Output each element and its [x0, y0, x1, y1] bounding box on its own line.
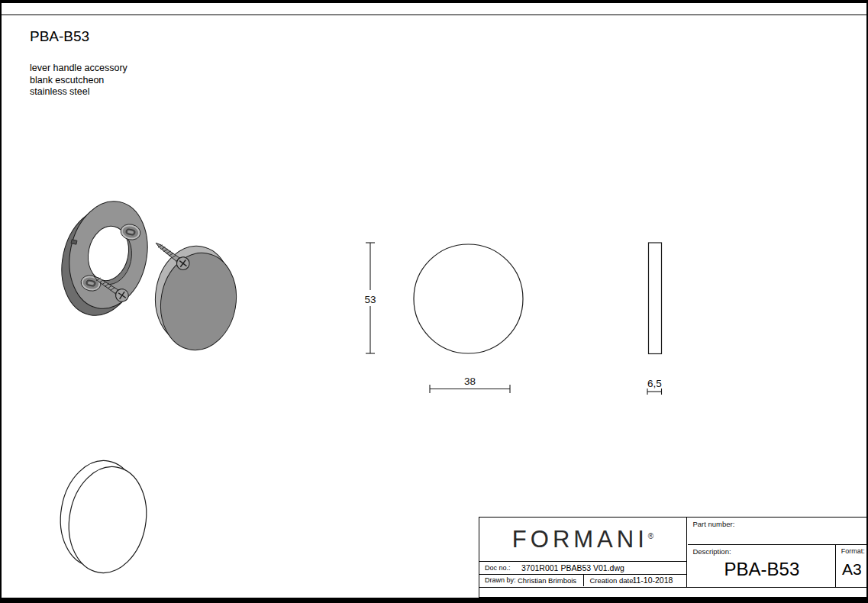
- title-block-right: Part number: Description: PBA-B53 Format…: [688, 518, 866, 587]
- drawn-by-row: Drawn by: Christian Brimbois Creation da…: [479, 575, 686, 586]
- dimension-thickness: [647, 389, 662, 395]
- doc-no-value: 3701R001 PBAB53 V01.dwg: [521, 563, 624, 572]
- doc-no-row: Doc no.: 3701R001 PBAB53 V01.dwg: [479, 562, 686, 575]
- copyright-strip: All information on the drawing is the pr…: [2, 3, 866, 15]
- dimension-width-label: 38: [464, 376, 476, 387]
- orthographic-views: 53 38 6,5: [337, 229, 696, 405]
- creation-date-label: Creation date:: [589, 576, 635, 585]
- exploded-view: [55, 191, 246, 355]
- page-title: PBA-B53: [30, 28, 89, 45]
- doc-no-label: Doc no.:: [485, 564, 511, 572]
- drawing-sheet: All information on the drawing is the pr…: [0, 0, 868, 603]
- format-cell: Format: A3: [837, 545, 866, 587]
- wireframe-disc-view: [47, 456, 185, 578]
- title-block-left: FORMANI® Doc no.: 3701R001 PBAB53 V01.dw…: [479, 518, 687, 587]
- dimension-thickness-label: 6,5: [647, 378, 662, 389]
- product-description: lever handle accessory blank escutcheon …: [30, 63, 127, 98]
- creation-date-value: 11-10-2018: [632, 576, 673, 585]
- description-line: lever handle accessory: [30, 63, 127, 75]
- side-view-rect: [649, 243, 662, 354]
- company-address-bar: FORMANI HOLLAND B.V. EUROPALAAN 12 6199 …: [479, 587, 866, 596]
- description-line: blank escutcheon: [30, 75, 127, 87]
- formani-logo: FORMANI®: [479, 518, 686, 562]
- description-format-row: Description: PBA-B53 Format: A3: [688, 545, 866, 587]
- cover-disc: [148, 240, 244, 355]
- edge-notch: [71, 240, 77, 244]
- description-value: PBA-B53: [688, 559, 835, 580]
- creation-date-cell: Creation date: 11-10-2018: [585, 575, 686, 586]
- description-label: Description:: [692, 547, 731, 556]
- title-block: FORMANI® Doc no.: 3701R001 PBAB53 V01.dw…: [479, 517, 867, 598]
- escutcheon-ring: [55, 194, 157, 323]
- logo-text: FORMANI®: [512, 525, 653, 553]
- drawn-by-label: Drawn by:: [485, 576, 516, 584]
- part-number-label: Part number:: [692, 520, 734, 528]
- description-cell: Description: PBA-B53: [688, 545, 836, 587]
- registered-mark: ®: [648, 531, 653, 540]
- drawn-by-value: Christian Brimbois: [518, 576, 576, 585]
- part-number-cell: Part number:: [688, 518, 866, 545]
- bottom-border-bar: [2, 598, 866, 603]
- format-label: Format:: [841, 547, 865, 555]
- drawn-by-cell: Drawn by: Christian Brimbois: [479, 575, 584, 586]
- format-value: A3: [837, 560, 866, 579]
- dimension-height-label: 53: [364, 294, 376, 305]
- front-view-circle: [414, 244, 523, 353]
- description-line: stainless steel: [30, 86, 127, 98]
